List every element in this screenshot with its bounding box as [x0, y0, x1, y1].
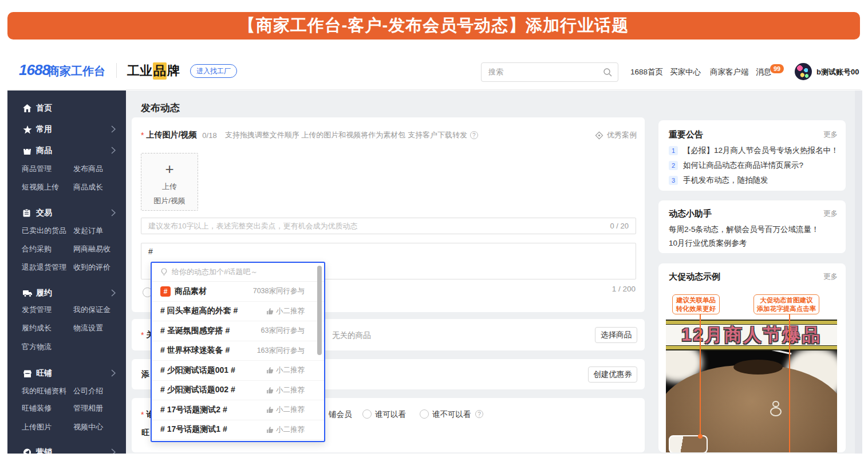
diamond-icon [595, 131, 603, 140]
chevron-right-icon [111, 209, 116, 216]
assistant-line: 每周2-5条动态，解锁会员号百万公域流量！ [669, 224, 819, 235]
chevron-right-icon [111, 125, 116, 133]
logo-1688[interactable]: 1688 [19, 61, 50, 79]
radio-option-who-cannot-see[interactable]: 谁不可以看 [420, 409, 471, 420]
hash-badge-icon: # [160, 286, 171, 297]
sidebar-item-trade[interactable]: 交易 [7, 207, 126, 219]
avatar[interactable] [795, 63, 812, 80]
thumb-up-icon [266, 387, 274, 394]
announcement-item[interactable]: 3 手机发布动态，随拍随发 [669, 175, 768, 186]
page-title: 发布动态 [141, 101, 180, 115]
dropdown-scrollbar[interactable] [317, 266, 322, 355]
upload-count: 0/18 [202, 131, 216, 140]
topic-item[interactable]: # 商品素材 7038家同行参与 [152, 282, 324, 302]
coupon-label: 添 [141, 369, 149, 380]
rank-badge: 3 [669, 176, 678, 185]
truck-icon [23, 290, 32, 297]
page-scrollbar[interactable] [855, 90, 862, 454]
select-goods-button[interactable]: 选择商品 [595, 327, 637, 343]
search-icon[interactable] [603, 68, 612, 77]
sidebar-item-video-center[interactable]: 视频中心 [73, 422, 103, 432]
home-icon [23, 104, 32, 112]
sidebar-item-home[interactable]: 首页 [7, 102, 126, 115]
promo-more-link[interactable]: 更多 [823, 272, 838, 282]
industrial-brand-part1: 工业 [127, 62, 152, 80]
sidebar-subrow: 发货管理 我的保证金 [7, 305, 126, 316]
industrial-brand-logo[interactable]: 工业品牌 [127, 62, 180, 80]
sidebar-item-refund-manage[interactable]: 退款退货管理 [22, 262, 66, 273]
chevron-right-icon [111, 147, 116, 154]
topic-item[interactable]: # 17号话题测试2 # 小二推荐 [152, 400, 324, 420]
thumb-up-icon [266, 406, 274, 413]
sidebar-item-shop[interactable]: 旺铺 [7, 367, 126, 380]
nav-messages[interactable]: 消息 [756, 67, 771, 77]
promo-banner-text: 12月商人节爆品 [681, 323, 821, 347]
chevron-right-icon [111, 448, 116, 454]
sidebar-item-favorites[interactable]: 常用 [7, 123, 126, 136]
sidebar-item-my-deposit[interactable]: 我的保证金 [73, 305, 111, 315]
sidebar-item-create-order[interactable]: 发起订单 [73, 226, 103, 236]
sidebar-item-received-reviews[interactable]: 收到的评价 [73, 262, 111, 273]
sidebar-item-sold-goods[interactable]: 已卖出的货品 [22, 226, 66, 236]
sidebar-item-album-manage[interactable]: 管理相册 [73, 403, 103, 413]
topic-item[interactable]: # 少阳测试话题001 # 小二推荐 [152, 361, 324, 381]
radio-icon[interactable] [362, 409, 372, 419]
upload-hint: 支持拖拽调整文件顺序 上传的图片和视频将作为素材包 支持客户下载转发 [225, 130, 467, 140]
title-input[interactable]: 建议发布10字以上，表述完整突出卖点，更有机会成为优质动态 0 / 20 [141, 218, 636, 234]
topic-item[interactable]: # 回头率超高的外套 # 小二推荐 [152, 302, 324, 322]
sidebar-item-shipping-manage[interactable]: 发货管理 [22, 305, 52, 315]
nav-merchant-client[interactable]: 商家客户端 [710, 67, 749, 77]
topic-item[interactable]: # 少阳测试话题002 # 小二推荐 [152, 381, 324, 401]
sidebar-item-online-finance[interactable]: 网商融易收 [73, 244, 111, 254]
announcements-more-link[interactable]: 更多 [823, 130, 838, 140]
sidebar-item-fulfillment[interactable]: 履约 [7, 287, 126, 300]
sidebar-item-contract-purchase[interactable]: 合约采购 [22, 244, 52, 254]
assistant-title: 动态小助手 [669, 208, 712, 219]
title-placeholder: 建议发布10字以上，表述完整突出卖点，更有机会成为优质动态 [148, 221, 610, 231]
topic-item[interactable]: # 17号话题测试1 # 小二推荐 [152, 420, 324, 440]
nav-buyer-center[interactable]: 买家中心 [670, 67, 701, 77]
question-icon[interactable]: ? [475, 410, 483, 418]
announcement-item[interactable]: 2 如何让商品动态在商品详情页展示? [669, 160, 803, 171]
nav-1688-home[interactable]: 1688首页 [630, 67, 663, 77]
logo-workbench-label[interactable]: 商家工作台 [48, 64, 105, 79]
radio-option-who-can-see[interactable]: 谁可以看 [362, 409, 406, 420]
upload-media-button[interactable]: + 上传 图片/视频 [141, 153, 198, 211]
sidebar-item-fulfillment-growth[interactable]: 履约成长 [22, 323, 52, 333]
assistant-more-link[interactable]: 更多 [823, 209, 838, 219]
excellent-case-link[interactable]: 优秀案例 [595, 130, 637, 140]
sidebar-item-upload-image[interactable]: 上传图片 [22, 422, 52, 432]
megaphone-icon [23, 448, 32, 454]
sidebar-subrow: 合约采购 网商融易收 [7, 244, 126, 255]
topic-dropdown-header: 给你的动态加个#话题吧～ [152, 263, 324, 282]
page-bottom-margin [0, 454, 868, 465]
sidebar-item-goods-growth[interactable]: 商品成长 [73, 182, 103, 192]
sidebar-item-company-intro[interactable]: 公司介绍 [73, 386, 103, 396]
question-icon[interactable]: ? [470, 131, 478, 139]
find-factory-button[interactable]: 进入找工厂 [190, 64, 237, 78]
sidebar-item-shop-decoration[interactable]: 旺铺装修 [22, 403, 52, 413]
sidebar-item-goods-manage[interactable]: 商品管理 [22, 164, 52, 174]
sidebar: 首页 常用 商品 商品管理 发布商品 短视频上传 商品成长 交易 已卖出的货品 … [7, 90, 126, 454]
radio-icon[interactable] [420, 409, 429, 419]
sidebar-subrow: 履约成长 物流设置 [7, 323, 126, 334]
topic-item[interactable]: # 圣诞氛围感穿搭 # 63家同行参与 [152, 321, 324, 341]
account-name[interactable]: b测试账号00 [816, 67, 859, 77]
sidebar-item-my-shop-info[interactable]: 我的旺铺资料 [22, 386, 66, 396]
announcement-item[interactable]: 1 【必报】12月商人节会员号专场火热报名中！ [669, 145, 839, 156]
create-coupon-button[interactable]: 创建优惠券 [588, 367, 637, 383]
clipboard-icon [23, 209, 32, 217]
promo-example-card: 大促动态示例 更多 建议关联单品 转化效果更好 大促动态首图建议 添加花字提高点… [658, 263, 846, 452]
message-count-badge[interactable]: 99 [770, 64, 784, 73]
sidebar-item-publish-goods[interactable]: 发布商品 [73, 164, 103, 174]
required-asterisk: * [141, 131, 144, 140]
sidebar-item-logistics-settings[interactable]: 物流设置 [73, 323, 103, 333]
promo-pointer-dot [698, 434, 703, 439]
sidebar-item-goods[interactable]: 商品 [7, 144, 126, 157]
sidebar-item-official-logistics[interactable]: 官方物流 [22, 342, 52, 352]
topic-meta: 小二推荐 [266, 365, 305, 375]
sidebar-item-short-video-upload[interactable]: 短视频上传 [22, 182, 59, 192]
sidebar-item-marketing[interactable]: 营销 [7, 446, 126, 454]
search-input[interactable]: 搜索 [481, 62, 618, 82]
topic-item[interactable]: # 世界杯球迷装备 # 163家同行参与 [152, 341, 324, 361]
